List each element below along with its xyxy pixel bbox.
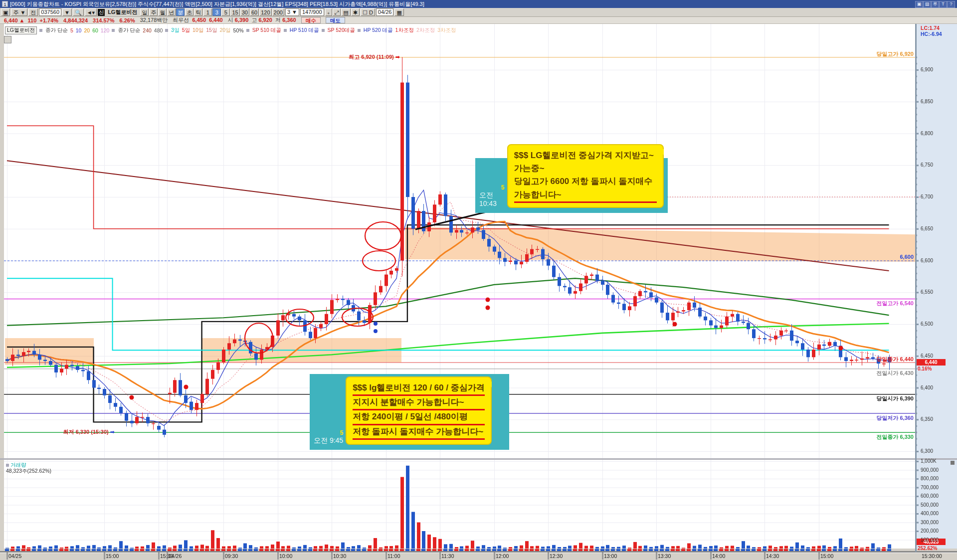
- chat-time: 오전 9:45: [314, 436, 343, 445]
- volume-ratio: 314.57%: [93, 17, 114, 23]
- chat-time: 오전 10:43: [479, 191, 505, 208]
- chat-text-line: $$$ lg헬로비전 120 / 60 / 중심가격: [353, 381, 485, 396]
- interval-buttons: 135153060120200: [203, 8, 284, 16]
- search-icon[interactable]: 🔍: [73, 8, 84, 16]
- turnover: 6.26%: [119, 17, 135, 23]
- interval-button-30[interactable]: 30: [240, 8, 249, 16]
- chat-text-line: 저항 240이평 / 5일선 /480이평: [353, 410, 485, 425]
- amount: 32,178백만: [140, 16, 168, 24]
- chat-bubble: $$$ LG헬로비전 중심가격 지지받고~ 가는중~당일고가 6600 저항 돌…: [507, 144, 664, 208]
- bar-count-display: 147/900: [300, 8, 324, 16]
- toolbar-icon-0[interactable]: ₊: [325, 8, 332, 16]
- window-title: [0600] 키움종합차트 - KOSPI 외국인보유[2,578(천)] 주식…: [10, 0, 424, 8]
- sound-icon[interactable]: ◄▾: [85, 8, 97, 16]
- stock-name-label: LG헬로비전: [106, 8, 139, 16]
- titlebar-buttons: ▣▤루T?: [915, 0, 955, 8]
- chat-callout-1: 5오전 10:43 $$$ LG헬로비전 중심가격 지지받고~ 가는중~당일고가…: [475, 158, 668, 213]
- period-button-일[interactable]: 일: [140, 8, 149, 16]
- current-price: 6,440 ▲ 110 +1.74%: [4, 17, 58, 23]
- toolbar-icon-1[interactable]: ⤢: [333, 8, 341, 16]
- chat-bubble: $$$ lg헬로비전 120 / 60 / 중심가격지지시 분할매수 가능합니다…: [346, 376, 492, 445]
- title-bar: 1 [0600] 키움종합차트 - KOSPI 외국인보유[2,578(천)] …: [0, 0, 957, 8]
- buy-button[interactable]: 매수: [301, 17, 321, 23]
- period-button-초[interactable]: 초: [185, 8, 193, 16]
- period-button-틱[interactable]: 틱: [194, 8, 202, 16]
- toolbar-icon-2[interactable]: ▤: [341, 8, 350, 16]
- interval-button-200[interactable]: 200: [272, 8, 284, 16]
- interval-button-120[interactable]: 120: [259, 8, 271, 16]
- interval-combo[interactable]: 3 ▼: [285, 8, 299, 16]
- titlebar-button-?[interactable]: ?: [947, 1, 955, 8]
- interval-button-1[interactable]: 1: [203, 8, 212, 16]
- chat-unread-count: 5: [340, 429, 343, 436]
- code-dropdown-arrow[interactable]: ▼: [62, 8, 72, 16]
- period-buttons: 일주월년분초틱: [140, 8, 202, 16]
- stock-type-dropdown[interactable]: 주 ▼: [11, 8, 27, 16]
- chart-toolbar: ▣ 주 ▼ 전 037560 ▼ 🔍 ◄▾ 신 LG헬로비전 일주월년분초틱 1…: [0, 8, 957, 17]
- best-quote: 최우선 6,450 6,440: [173, 16, 222, 24]
- chart-style-icon[interactable]: ▣: [1, 8, 10, 16]
- tool-icon-buttons: ₊⤢▤✱: [325, 8, 360, 16]
- ohl-values: 시 6,390 고 6,920 저 6,360: [228, 16, 296, 24]
- candlestick-chart-canvas[interactable]: [0, 0, 957, 560]
- chat-text-line: 당일고가 6600 저항 돌파시 돌지매수 가능합니다~: [514, 175, 657, 203]
- chat-text-line: 지지시 분할매수 가능합니다~: [353, 396, 485, 410]
- stock-code-input[interactable]: 037560: [39, 8, 61, 16]
- chat-text-line: $$$ LG헬로비전 중심가격 지지받고~ 가는중~: [514, 149, 657, 176]
- titlebar-button-T[interactable]: T: [939, 1, 947, 8]
- calendar-icon[interactable]: ▦: [394, 8, 403, 16]
- titlebar-button-▤[interactable]: ▤: [923, 1, 931, 8]
- chat-text-line: 저항 돌파시 돌지매수 가능합니다~: [353, 425, 485, 440]
- interval-button-60[interactable]: 60: [250, 8, 259, 16]
- interval-button-3[interactable]: 3: [212, 8, 221, 16]
- toolbar-icon-3[interactable]: ✱: [351, 8, 360, 16]
- interval-button-15[interactable]: 15: [230, 8, 239, 16]
- titlebar-button-루[interactable]: 루: [931, 1, 939, 8]
- chat-unread-count: 5: [501, 184, 505, 191]
- sell-button[interactable]: 매도: [326, 17, 345, 23]
- chat-callout-2: 5오전 9:45 $$$ lg헬로비전 120 / 60 / 중심가격지지시 분…: [310, 374, 509, 450]
- period-button-월[interactable]: 월: [158, 8, 167, 16]
- date-input[interactable]: 04/26: [376, 8, 394, 16]
- titlebar-button-▣[interactable]: ▣: [915, 1, 923, 8]
- prev-button[interactable]: 전: [28, 8, 38, 16]
- window-icon: 1: [2, 1, 8, 7]
- quote-bar: 6,440 ▲ 110 +1.74% 4,844,324 314.57% 6.2…: [0, 17, 957, 24]
- period-button-분[interactable]: 분: [176, 8, 185, 16]
- d-checkbox[interactable]: ☐ D: [361, 8, 375, 16]
- period-button-년[interactable]: 년: [167, 8, 176, 16]
- volume-value: 4,844,324: [63, 17, 88, 23]
- interval-button-5[interactable]: 5: [221, 8, 230, 16]
- credit-badge: 신: [98, 9, 105, 16]
- period-button-주[interactable]: 주: [149, 8, 158, 16]
